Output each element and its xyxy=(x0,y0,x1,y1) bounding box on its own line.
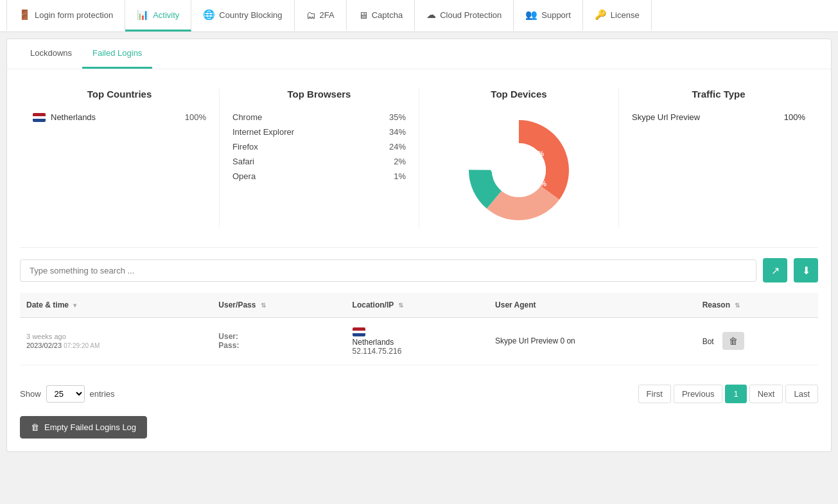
top-countries-title: Top Countries xyxy=(33,89,206,100)
per-page-select[interactable]: 10 25 50 100 xyxy=(46,385,85,403)
country-pct: 100% xyxy=(185,112,206,122)
login-icon: 🚪 xyxy=(19,9,31,21)
page-last-button[interactable]: Last xyxy=(785,385,818,403)
search-input[interactable] xyxy=(20,259,756,282)
captcha-icon: 🖥 xyxy=(358,10,368,21)
page-next-button[interactable]: Next xyxy=(749,385,783,403)
location-name: Netherlands xyxy=(353,338,482,347)
traffic-type-block: Traffic Type Skype Url Preview 100% xyxy=(619,89,818,228)
browser-pct: 1% xyxy=(394,171,406,181)
browser-pct: 34% xyxy=(389,127,406,137)
tab-captcha-label: Captcha xyxy=(372,10,403,20)
support-icon: 👥 xyxy=(525,9,537,21)
export-button[interactable]: ↗ xyxy=(763,258,787,282)
delete-row-button[interactable]: 🗑 xyxy=(722,332,744,350)
nl-flag xyxy=(33,113,46,122)
tab-2fa[interactable]: 🗂 2FA xyxy=(295,0,347,31)
search-row: ↗ ⬇ xyxy=(7,248,831,293)
subtab-lockdowns-label: Lockdowns xyxy=(30,48,72,58)
tab-support[interactable]: 👥 Support xyxy=(514,0,583,31)
tab-cloud-label: Cloud Protection xyxy=(440,10,502,20)
twofa-icon: 🗂 xyxy=(306,10,316,21)
th-reason: Reason ⇅ xyxy=(696,293,818,318)
browser-name: Firefox xyxy=(232,142,258,152)
tab-cloud[interactable]: ☁ Cloud Protection xyxy=(415,0,514,31)
tab-license[interactable]: 🔑 License xyxy=(583,0,652,31)
show-entries: Show 10 25 50 100 entries xyxy=(20,385,115,403)
table-row: 3 weeks ago 2023/02/23 07:29:20 AM User:… xyxy=(20,318,818,365)
subtab-failedlogins[interactable]: Failed Logins xyxy=(82,39,152,69)
cell-datetime: 3 weeks ago 2023/02/23 07:29:20 AM xyxy=(20,318,212,365)
table-header-row: Date & time ▾ User/Pass ⇅ Location/IP ⇅ … xyxy=(20,293,818,318)
browser-name: Internet Explorer xyxy=(232,127,294,137)
tab-2fa-label: 2FA xyxy=(320,10,335,20)
country-row: Netherlands 100% xyxy=(33,112,206,122)
pass-label: Pass: xyxy=(218,341,239,350)
page-previous-button[interactable]: Previous xyxy=(674,385,723,403)
tab-support-label: Support xyxy=(541,10,571,20)
show-label: Show xyxy=(20,389,41,399)
page-first-button[interactable]: First xyxy=(638,385,671,403)
country-name: Netherlands xyxy=(51,112,180,122)
activity-icon: 📊 xyxy=(137,9,149,21)
th-useragent: User Agent xyxy=(489,293,696,318)
top-browsers-title: Top Browsers xyxy=(232,89,406,100)
trash-icon: 🗑 xyxy=(729,336,738,346)
footer-row: 🗑 Empty Failed Logins Log xyxy=(7,410,831,451)
tab-login[interactable]: 🚪 Login form protection xyxy=(6,0,125,31)
empty-log-button[interactable]: 🗑 Empty Failed Logins Log xyxy=(20,416,147,439)
tab-captcha[interactable]: 🖥 Captcha xyxy=(347,0,415,31)
top-browsers-block: Top Browsers Chrome35%Internet Explorer3… xyxy=(220,89,419,228)
table-head: Date & time ▾ User/Pass ⇅ Location/IP ⇅ … xyxy=(20,293,818,318)
browser-row: Opera1% xyxy=(232,171,406,181)
pagination-row: Show 10 25 50 100 entries First Previous… xyxy=(7,378,831,410)
svg-text:60%: 60% xyxy=(491,166,505,173)
page-1-button[interactable]: 1 xyxy=(725,385,746,403)
sort-userpass-icon[interactable]: ⇅ xyxy=(261,302,266,309)
main-content: Lockdowns Failed Logins Top Countries Ne… xyxy=(6,39,832,452)
tab-login-label: Login form protection xyxy=(35,10,113,20)
pagination-controls: First Previous 1 Next Last xyxy=(638,385,818,403)
download-button[interactable]: ⬇ xyxy=(794,258,818,282)
subtab-lockdowns[interactable]: Lockdowns xyxy=(20,39,82,69)
country-icon: 🌐 xyxy=(203,9,215,21)
th-datetime: Date & time ▾ xyxy=(20,293,212,318)
user-label: User: xyxy=(218,332,238,341)
browser-row: Safari2% xyxy=(232,157,406,166)
sort-reason-icon[interactable]: ⇅ xyxy=(735,302,740,309)
traffic-name: Skype Url Preview xyxy=(632,112,700,122)
sort-location-icon[interactable]: ⇅ xyxy=(398,302,403,309)
pass-row: Pass: xyxy=(218,341,339,350)
datetime: 2023/02/23 07:29:20 AM xyxy=(26,342,205,349)
browser-name: Opera xyxy=(232,171,256,181)
tab-country-label: Country Blocking xyxy=(219,10,282,20)
license-icon: 🔑 xyxy=(595,9,607,21)
th-userpass: User/Pass ⇅ xyxy=(212,293,345,318)
tab-country[interactable]: 🌐 Country Blocking xyxy=(191,0,294,31)
tab-activity[interactable]: 📊 Activity xyxy=(125,0,191,31)
browser-row: Internet Explorer34% xyxy=(232,127,406,137)
nav-tabs: 🚪 Login form protection 📊 Activity 🌐 Cou… xyxy=(0,0,838,32)
cell-location: Netherlands 52.114.75.216 xyxy=(346,318,489,365)
browser-pct: 35% xyxy=(389,112,406,122)
svg-text:26%: 26% xyxy=(532,180,546,187)
top-countries-block: Top Countries Netherlands 100% xyxy=(20,89,220,228)
sort-datetime-icon[interactable]: ▾ xyxy=(73,302,76,309)
traffic-type-title: Traffic Type xyxy=(632,89,805,100)
table-wrap: Date & time ▾ User/Pass ⇅ Location/IP ⇅ … xyxy=(7,293,831,378)
browsers-list: Chrome35%Internet Explorer34%Firefox24%S… xyxy=(232,112,406,181)
export-icon: ↗ xyxy=(771,265,780,277)
download-icon: ⬇ xyxy=(802,265,810,277)
cell-userpass: User: Pass: xyxy=(212,318,345,365)
svg-text:14%: 14% xyxy=(530,150,544,157)
time-ago: 3 weeks ago xyxy=(26,333,205,340)
user-row: User: xyxy=(218,332,339,341)
location-ip: 52.114.75.216 xyxy=(353,347,482,356)
th-location: Location/IP ⇅ xyxy=(346,293,489,318)
trash-log-icon: 🗑 xyxy=(31,422,39,432)
tab-license-label: License xyxy=(611,10,640,20)
tab-activity-label: Activity xyxy=(153,10,179,20)
browser-row: Chrome35% xyxy=(232,112,406,122)
donut-chart: 60% 26% 14% xyxy=(432,112,606,228)
sub-tabs: Lockdowns Failed Logins xyxy=(7,39,831,69)
